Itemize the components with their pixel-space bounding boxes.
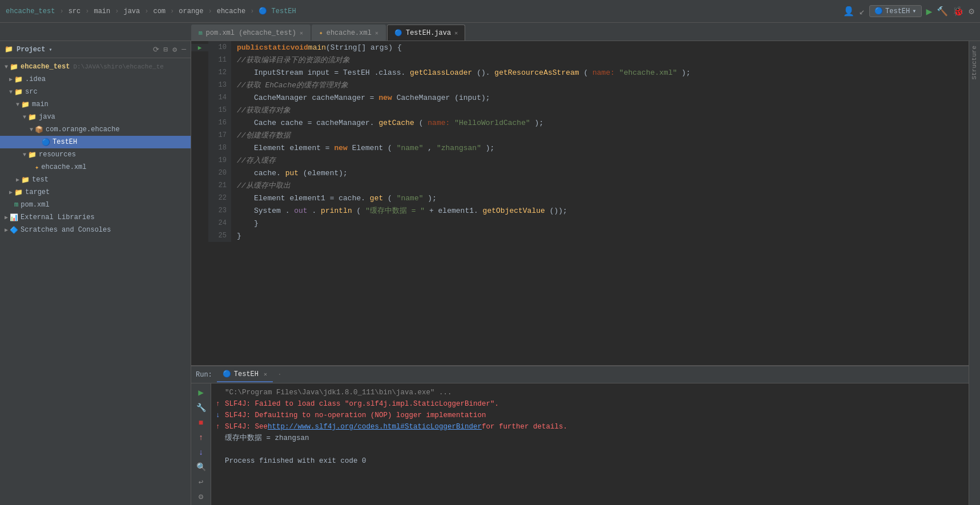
tree-item-main[interactable]: ▼ 📁 main	[0, 98, 191, 111]
tree-item-idea[interactable]: ▶ 📁 .idea	[0, 73, 191, 86]
profile-icon[interactable]: 👤	[843, 6, 854, 17]
tab-ehcache-icon: ✦	[319, 29, 323, 37]
codeline-12: InputStream input = TestEH .class. getCl…	[231, 66, 969, 79]
console-link-1[interactable]: http://www.slf4j.org/codes.html#StaticLo…	[268, 421, 482, 433]
structure-label[interactable]: Structure	[969, 41, 980, 84]
tab-ehcache-close[interactable]: ✕	[375, 30, 378, 37]
tab-ehcache-label: ehcache.xml	[326, 29, 372, 37]
tree-label: src	[25, 88, 38, 96]
code-line-19: 19 //存入缓存	[191, 154, 969, 167]
tree-item-extlibs[interactable]: ▶ 📊 External Libraries	[0, 211, 191, 224]
folder-icon: 📁	[14, 188, 23, 197]
build-button[interactable]: 🔨	[937, 6, 948, 17]
codeline-15: //获取缓存对象	[231, 104, 969, 116]
code-line-18: 18 Element element = new Element ( "name…	[191, 142, 969, 154]
run-play-btn[interactable]: ▶	[195, 387, 207, 398]
package-icon: 📦	[35, 126, 43, 134]
kw-void: void	[291, 43, 308, 52]
gutter-10: ▶	[191, 44, 208, 51]
tab-pom-close[interactable]: ✕	[300, 30, 303, 37]
codeline-16: Cache cache = cacheManager. getCache ( n…	[231, 116, 969, 129]
kw-static: static	[264, 43, 291, 52]
breadcrumb-com: com	[153, 7, 166, 15]
linenum-16: 16	[208, 116, 231, 129]
run-wrap-btn[interactable]: ↩	[195, 476, 207, 487]
chevron-icon: ▼	[23, 114, 26, 120]
sidebar-folder-icon: 📁	[5, 45, 13, 54]
codeline-14: CacheManager cacheManager = new CacheMan…	[231, 91, 969, 104]
tree-item-project[interactable]: ▼ 📁 ehcache_test D:\JAVA\shiro\ehcache_t…	[0, 60, 191, 73]
run-panel: Run: 🔵 TestEH ✕ · ▶ 🔧 ■ ↑ ↓ 🔍 ↩	[191, 365, 969, 505]
linenum-10: 10	[208, 41, 231, 54]
chevron-icon: ▼	[16, 102, 19, 108]
sidebar-close-icon[interactable]: —	[182, 45, 186, 54]
folder-icon: 📁	[14, 88, 23, 96]
tree-item-label: ehcache_test	[21, 63, 70, 71]
tree-label: main	[32, 100, 49, 108]
console-text-2: SLF4J: Failed to load class "org.slf4j.i…	[225, 398, 499, 410]
sidebar-title: 📁 Project ▾	[5, 45, 52, 54]
folder-icon: 📁	[28, 113, 37, 122]
run-toolbar: ▶ 🔧 ■ ↑ ↓ 🔍 ↩ ⚙	[191, 383, 211, 505]
run-cog-btn[interactable]: ⚙	[195, 491, 207, 502]
console-text-1: "C:\Program Files\Java\jdk1.8.0_111\bin\…	[225, 387, 452, 398]
run-arrow-down-btn[interactable]: ↓	[195, 447, 207, 458]
tab-ehcache[interactable]: ✦ ehcache.xml ✕	[312, 25, 386, 41]
debug-button[interactable]: 🐞	[953, 6, 964, 17]
breadcrumb-java: java	[123, 7, 140, 15]
tree-label: pom.xml	[21, 201, 49, 209]
console-line-1: "C:\Program Files\Java\jdk1.8.0_111\bin\…	[216, 387, 964, 398]
run-arrow-up-btn[interactable]: ↑	[195, 433, 207, 443]
linenum-20: 20	[208, 167, 231, 179]
codeline-23: System . out . println ( "缓存中数据 = " + el…	[231, 204, 969, 217]
sidebar-actions: ⟳ ⊟ ⚙ —	[153, 45, 186, 54]
tab-testeh-close[interactable]: ✕	[454, 30, 458, 37]
run-tab-close[interactable]: ✕	[264, 371, 267, 378]
breadcrumb-main: main	[94, 7, 110, 15]
code-line-16: 16 Cache cache = cacheManager. getCache …	[191, 116, 969, 129]
tree-item-package[interactable]: ▼ 📦 com.orange.ehcache	[0, 123, 191, 136]
tree-item-resources[interactable]: ▼ 📁 resources	[0, 148, 191, 161]
tree-item-path: D:\JAVA\shiro\ehcache_te	[73, 63, 163, 70]
run-stop-btn[interactable]: ■	[195, 418, 207, 428]
linenum-18: 18	[208, 142, 231, 154]
code-line-12: 12 InputStream input = TestEH .class. ge…	[191, 66, 969, 79]
code-line-24: 24 }	[191, 217, 969, 229]
tree-label: .idea	[25, 75, 46, 83]
code-line-14: 14 CacheManager cacheManager = new Cache…	[191, 91, 969, 104]
code-editor: ▶ 10 public static void main (String[] a…	[191, 41, 969, 365]
tab-testeh[interactable]: 🔵 TestEH.java ✕	[387, 25, 465, 41]
top-bar: ehcache_test › src › main › java › com ›…	[0, 0, 980, 23]
main-area: 📁 Project ▾ ⟳ ⊟ ⚙ — ▼ 📁 ehcache_test D:\…	[0, 41, 980, 505]
run-label: Run:	[196, 371, 212, 379]
console-line-3: ↓ SLF4J: Defaulting to no-operation (NOP…	[216, 410, 964, 421]
tree-item-src[interactable]: ▼ 📁 src	[0, 86, 191, 98]
run-config-icon: 🔵	[874, 7, 883, 15]
run-rerun-btn[interactable]: 🔧	[195, 403, 207, 413]
console-arrow-3: ↓	[216, 410, 225, 421]
sidebar-settings-icon[interactable]: ⚙	[172, 45, 177, 54]
console-text-5: 缓存中数据 = zhangsan	[225, 433, 309, 444]
tree-item-java[interactable]: ▼ 📁 java	[0, 111, 191, 123]
tab-pom[interactable]: m pom.xml (ehcache_test) ✕	[191, 25, 310, 41]
console-text-4b: for further details.	[482, 421, 567, 433]
tree-item-ehcachexml[interactable]: ▶ ✦ ehcache.xml	[0, 161, 191, 173]
tree-item-pomxml[interactable]: ▶ m pom.xml	[0, 199, 191, 211]
chevron-icon: ▶	[9, 76, 13, 83]
tab-testeh-label: TestEH.java	[406, 29, 451, 37]
linenum-11: 11	[208, 54, 231, 66]
run-button[interactable]: ▶	[926, 5, 933, 18]
settings-button[interactable]: ⚙	[969, 6, 974, 17]
tree-item-scratches[interactable]: ▶ 🔷 Scratches and Consoles	[0, 224, 191, 236]
editor-scroll[interactable]: ▶ 10 public static void main (String[] a…	[191, 41, 969, 365]
tab-pom-label: pom.xml (ehcache_test)	[206, 29, 296, 37]
sidebar-collapse-icon[interactable]: ⊟	[164, 45, 168, 54]
run-config[interactable]: 🔵 TestEH ▾	[869, 5, 921, 17]
run-filter-btn[interactable]: 🔍	[195, 462, 207, 472]
sidebar-sync-icon[interactable]: ⟳	[153, 45, 159, 54]
tree-item-test[interactable]: ▶ 📁 test	[0, 173, 191, 186]
vcs-icon[interactable]: ↙	[859, 6, 865, 17]
tree-item-testeh[interactable]: ▶ 🔵 TestEH	[0, 136, 191, 148]
tree-item-target[interactable]: ▶ 📁 target	[0, 186, 191, 199]
run-tab-testeh[interactable]: 🔵 TestEH ✕	[217, 367, 273, 382]
